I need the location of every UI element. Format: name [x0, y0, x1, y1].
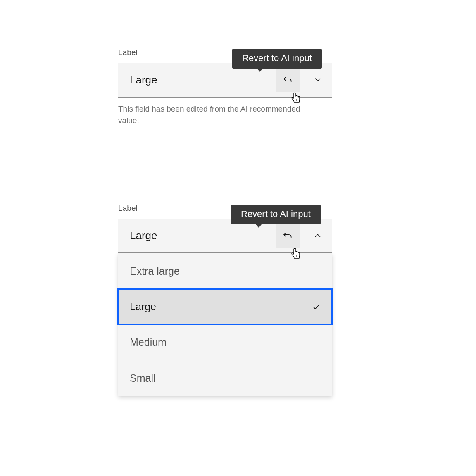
checkmark-icon: [312, 302, 321, 311]
dropdown-closed-example: Label Revert to AI input Large This fiel…: [118, 48, 332, 126]
option-label: Extra large: [130, 265, 180, 277]
chevron-up-icon: [313, 231, 322, 240]
dropdown-option-medium[interactable]: Medium: [118, 324, 332, 360]
option-label: Small: [130, 372, 156, 384]
dropdown-menu: Extra large Large Medium Small: [118, 253, 332, 396]
undo-icon: [282, 230, 293, 241]
helper-text: This field has been edited from the AI r…: [118, 103, 304, 126]
dropdown-toggle[interactable]: [306, 224, 330, 248]
revert-tooltip: Revert to AI input: [231, 205, 321, 224]
chevron-down-icon: [313, 75, 322, 84]
undo-icon: [282, 74, 293, 85]
dropdown-value: Large: [130, 229, 276, 242]
revert-button[interactable]: [276, 68, 300, 92]
dropdown-toggle[interactable]: [306, 68, 330, 92]
dropdown-option-extra-large[interactable]: Extra large: [118, 253, 332, 289]
dropdown-value: Large: [130, 74, 276, 86]
dropdown-open-example: Label Revert to AI input Large Extr: [118, 204, 332, 396]
icon-divider: [303, 73, 303, 87]
option-label: Medium: [130, 336, 167, 348]
revert-button[interactable]: [276, 224, 300, 248]
revert-tooltip: Revert to AI input: [232, 49, 322, 69]
dropdown-option-large[interactable]: Large: [118, 289, 332, 324]
option-label: Large: [130, 301, 156, 313]
dropdown-option-small[interactable]: Small: [118, 360, 332, 396]
section-divider: [0, 150, 451, 150]
icon-divider: [303, 228, 303, 243]
